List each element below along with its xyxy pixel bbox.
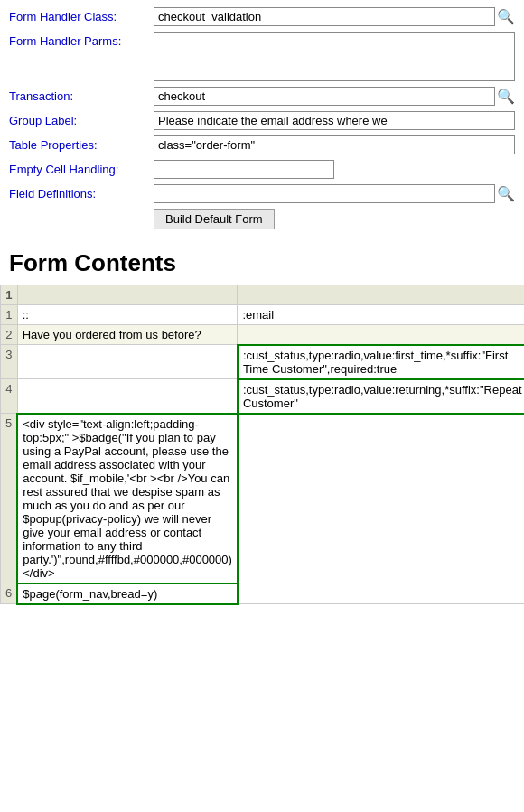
header-colb-cell [238, 285, 524, 305]
table-row: 5 <div style="text-align:left;padding-to… [1, 414, 525, 583]
table-properties-input[interactable] [154, 135, 515, 154]
field-definitions-row: Field Definitions: 🔍 [9, 184, 515, 203]
empty-cell-handling-label: Empty Cell Handling: [9, 160, 154, 176]
empty-cell-handling-input-wrap [154, 160, 515, 179]
field-definitions-label: Field Definitions: [9, 184, 154, 201]
row5-num: 5 [1, 414, 18, 583]
form-handler-class-row: Form Handler Class: 🔍 [9, 7, 515, 26]
build-btn-row: Build Default Form [154, 209, 515, 229]
transaction-search-icon[interactable]: 🔍 [497, 88, 515, 105]
transaction-row: Transaction: 🔍 [9, 87, 515, 106]
form-handler-class-input[interactable] [154, 7, 495, 26]
table-row: 6 $page(form_nav,bread=y) [1, 583, 525, 604]
row6-num: 6 [1, 583, 18, 604]
form-handler-class-input-wrap: 🔍 [154, 7, 515, 26]
row1-num: 1 [1, 305, 18, 325]
row3-cola [17, 345, 238, 379]
row5-colb [238, 414, 524, 583]
row6-colb [238, 583, 524, 604]
form-handler-parms-input[interactable] [154, 32, 515, 81]
form-config-section: Form Handler Class: 🔍 Form Handler Parms… [0, 0, 524, 237]
row5-cola: <div style="text-align:left;padding-top:… [17, 414, 238, 583]
row4-cola [17, 379, 238, 414]
field-definitions-input-wrap: 🔍 [154, 184, 515, 203]
row3-colb: :cust_status,type:radio,value:first_time… [238, 345, 524, 379]
table-row: 2 Have you ordered from us before? [1, 325, 525, 345]
form-handler-class-search-icon[interactable]: 🔍 [497, 8, 515, 25]
form-handler-parms-input-wrap [154, 32, 515, 81]
row2-colb [238, 325, 524, 345]
row3-num: 3 [1, 345, 18, 379]
header-num-cell: 1 [1, 285, 18, 305]
row1-cola: :: [17, 305, 238, 325]
group-label-input-wrap [154, 111, 515, 130]
table-properties-label: Table Properties: [9, 135, 154, 152]
table-row: 4 :cust_status,type:radio,value:returnin… [1, 379, 525, 414]
empty-cell-handling-row: Empty Cell Handling: [9, 160, 515, 179]
empty-cell-handling-input[interactable] [154, 160, 334, 179]
row4-colb: :cust_status,type:radio,value:returning,… [238, 379, 524, 414]
header-cola-cell [17, 285, 238, 305]
row1-colb: :email [238, 305, 524, 325]
form-handler-class-label: Form Handler Class: [9, 7, 154, 23]
row2-cola: Have you ordered from us before? [17, 325, 238, 345]
form-contents-table: 1 1 :: :email 2 Have you ordered from us… [0, 285, 524, 605]
row2-num: 2 [1, 325, 18, 345]
table-header-row: 1 [1, 285, 525, 305]
row6-cola: $page(form_nav,bread=y) [17, 583, 238, 604]
group-label-label: Group Label: [9, 111, 154, 127]
table-row: 1 :: :email [1, 305, 525, 325]
table-properties-row: Table Properties: [9, 135, 515, 154]
form-handler-parms-row: Form Handler Parms: [9, 32, 515, 81]
table-properties-input-wrap [154, 135, 515, 154]
form-handler-parms-label: Form Handler Parms: [9, 32, 154, 48]
field-definitions-search-icon[interactable]: 🔍 [497, 185, 515, 202]
field-definitions-input[interactable] [154, 184, 495, 203]
transaction-label: Transaction: [9, 87, 154, 103]
table-row: 3 :cust_status,type:radio,value:first_ti… [1, 345, 525, 379]
transaction-input-wrap: 🔍 [154, 87, 515, 106]
group-label-input[interactable] [154, 111, 515, 130]
group-label-row: Group Label: [9, 111, 515, 130]
row4-num: 4 [1, 379, 18, 414]
form-contents-title: Form Contents [9, 249, 515, 277]
build-default-form-button[interactable]: Build Default Form [154, 209, 275, 229]
transaction-input[interactable] [154, 87, 495, 106]
